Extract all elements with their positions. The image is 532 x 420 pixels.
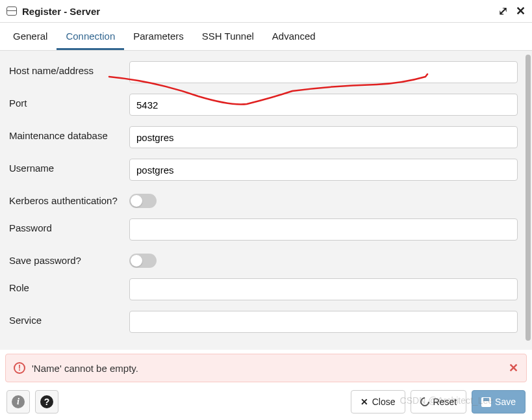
save-icon: [481, 397, 491, 407]
username-label: Username: [9, 159, 129, 174]
tab-parameters[interactable]: Parameters: [124, 23, 193, 50]
close-button[interactable]: ✕ Close: [351, 390, 405, 413]
kerberos-toggle[interactable]: [129, 194, 157, 208]
host-label: Host name/address: [9, 61, 129, 76]
tab-ssh-tunnel[interactable]: SSH Tunnel: [193, 23, 263, 50]
service-input[interactable]: [129, 311, 518, 333]
info-button[interactable]: i: [6, 390, 30, 413]
scrollbar[interactable]: [526, 55, 531, 341]
alert-icon: !: [14, 362, 25, 374]
error-alert: ! 'Name' cannot be empty. ✕: [5, 354, 527, 382]
reset-button-label: Reset: [433, 397, 457, 407]
server-icon: [6, 7, 17, 16]
close-button-label: Close: [372, 397, 396, 407]
port-input[interactable]: [129, 94, 518, 116]
help-button[interactable]: ?: [35, 390, 58, 413]
close-icon[interactable]: ✕: [516, 4, 526, 18]
alert-close-icon[interactable]: ✕: [509, 361, 518, 375]
dialog-title: Register - Server: [22, 6, 490, 17]
service-label: Service: [9, 311, 129, 326]
save-password-toggle[interactable]: [129, 254, 157, 268]
info-icon: i: [12, 395, 25, 408]
maximize-icon[interactable]: ⤢: [498, 4, 508, 18]
save-button-label: Save: [495, 397, 516, 407]
dialog-header: Register - Server ⤢ ✕: [0, 0, 532, 23]
port-label: Port: [9, 94, 129, 109]
host-input[interactable]: [129, 61, 518, 83]
help-icon: ?: [40, 395, 53, 408]
alert-message: 'Name' cannot be empty.: [32, 363, 509, 374]
reset-button[interactable]: Reset: [411, 390, 467, 413]
password-label: Password: [9, 218, 129, 233]
save-password-label: Save password?: [9, 251, 129, 266]
tab-advanced[interactable]: Advanced: [263, 23, 325, 50]
form-body: Host name/address Port Maintenance datab…: [0, 51, 532, 350]
save-button[interactable]: Save: [472, 390, 526, 413]
x-icon: ✕: [361, 397, 368, 407]
username-input[interactable]: [129, 159, 518, 181]
tab-connection[interactable]: Connection: [57, 23, 124, 50]
maintenance-db-label: Maintenance database: [9, 126, 129, 141]
reset-icon: [418, 395, 431, 408]
tab-general[interactable]: General: [4, 23, 57, 50]
dialog-footer: i ? ✕ Close Reset Save CSDN @Architect_L…: [0, 384, 532, 417]
tab-bar: General Connection Parameters SSH Tunnel…: [0, 23, 532, 51]
role-input[interactable]: [129, 278, 518, 300]
role-label: Role: [9, 278, 129, 293]
maintenance-db-input[interactable]: [129, 126, 518, 148]
kerberos-label: Kerberos authentication?: [9, 191, 129, 206]
password-input[interactable]: [129, 218, 518, 241]
